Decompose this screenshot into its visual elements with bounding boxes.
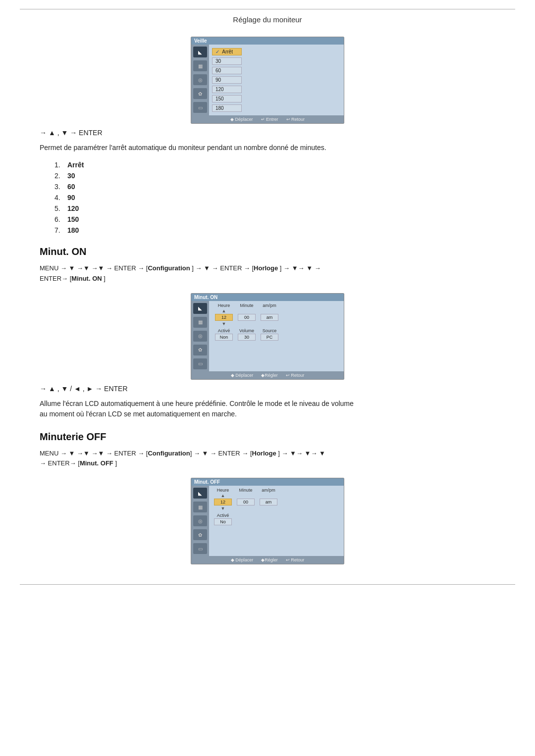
minut-on-footer-back: ↩ Retour xyxy=(286,373,305,378)
minut-off-title-bar: Minut. OFF xyxy=(191,478,344,486)
minut-on-down-arrows: ▼ xyxy=(213,321,340,326)
list-item-5: 5. 120 xyxy=(54,204,495,212)
veille-list: 1. Arrêt 2. 30 3. 60 4. 90 5. 120 6. 150 xyxy=(54,161,495,234)
minut-on-values-row2: Non 30 PC xyxy=(213,334,340,341)
sidebar-off-icon-4: ✿ xyxy=(193,529,207,540)
minut-on-heure-val: 12 xyxy=(215,314,233,321)
minut-off-footer: ◆ Déplacer ◆Régler ↩ Retour xyxy=(191,556,344,564)
minut-off-footer-move: ◆ Déplacer xyxy=(231,557,254,562)
minut-on-header-row1: Heure Minute am/pm xyxy=(213,303,340,308)
sidebar-icon-5: ▭ xyxy=(193,102,207,113)
minut-on-footer-move: ◆ Déplacer xyxy=(231,373,254,378)
minut-off-footer-back: ↩ Retour xyxy=(286,557,305,562)
minut-on-volume-val: 30 xyxy=(238,334,256,341)
sidebar-icon-4: ✿ xyxy=(193,88,207,99)
minut-on-ampm-val: am xyxy=(261,314,278,321)
list-item-3: 3. 60 xyxy=(54,183,495,191)
menu-item-arret-label: ✓ Arrêt xyxy=(212,48,242,55)
minut-on-source-val: PC xyxy=(261,334,278,341)
minut-on-footer: ◆ Déplacer ◆Régler ↩ Retour xyxy=(191,371,344,379)
sidebar-icon-1: ◣ xyxy=(193,47,207,57)
minut-off-down-arrows: ▼ xyxy=(212,506,341,511)
minut-off-ui-body: ◣ ▦ ◎ ✿ ▭ Heure Minute am/pm ▲ xyxy=(191,486,344,556)
minut-on-values-row1: 12 00 am xyxy=(213,314,340,321)
veille-title-bar: Veille xyxy=(191,37,344,45)
minut-off-ui-title: Minut. OFF xyxy=(194,479,220,485)
minut-off-header-row2: Activé xyxy=(212,513,341,518)
veille-sidebar: ◣ ▦ ◎ ✿ ▭ xyxy=(191,45,209,115)
veille-ui-title: Veille xyxy=(194,38,207,44)
menu-item-60: 60 xyxy=(212,66,341,75)
minuterie-off-path: MENU → ▼ →▼ →▼ → ENTER → [Configuration]… xyxy=(40,449,495,469)
veille-footer-back: ↩ Retour xyxy=(286,117,305,122)
minut-off-ampm-val: am xyxy=(260,499,277,505)
veille-nav-instruction: → ▲ , ▼ → ENTER xyxy=(40,129,495,137)
sidebar-on-icon-2: ▦ xyxy=(193,317,207,328)
menu-item-30: 30 xyxy=(212,57,341,65)
veille-monitor-ui: Veille ◣ ▦ ◎ ✿ ▭ ✓ Arrêt xyxy=(191,37,344,124)
minut-on-monitor-ui: Minut. ON ◣ ▦ ◎ ✿ ▭ Heure Minute am/pm xyxy=(191,293,344,380)
veille-menu-content: ✓ Arrêt 30 60 90 120 xyxy=(209,45,344,115)
bottom-rule xyxy=(20,584,515,585)
footer-spacer xyxy=(0,584,535,624)
sidebar-on-icon-4: ✿ xyxy=(193,345,207,355)
sidebar-icon-3: ◎ xyxy=(193,74,207,85)
veille-footer: ◆ Déplacer ↵ Entrer ↩ Retour xyxy=(191,115,344,123)
minut-off-heure-val: 12 xyxy=(214,499,232,505)
veille-ui-body: ◣ ▦ ◎ ✿ ▭ ✓ Arrêt 30 xyxy=(191,45,344,115)
minut-on-minute-val: 00 xyxy=(238,314,256,321)
minut-on-nav-instruction: → ▲ , ▼ / ◄ , ► → ENTER xyxy=(40,385,495,393)
sidebar-on-icon-5: ▭ xyxy=(193,358,207,369)
minuterie-off-section-title: Minuterie OFF xyxy=(40,431,495,443)
menu-item-60-label: 60 xyxy=(212,67,242,74)
sidebar-on-icon-3: ◎ xyxy=(193,331,207,342)
minut-on-header-row2: Activé Volume Source xyxy=(213,328,340,333)
sidebar-off-icon-1: ◣ xyxy=(193,488,207,499)
minut-on-active-val: Non xyxy=(215,334,233,341)
veille-footer-enter: ↵ Entrer xyxy=(261,117,278,122)
sidebar-off-icon-5: ▭ xyxy=(193,543,207,554)
list-item-7: 7. 180 xyxy=(54,226,495,234)
minut-off-sidebar: ◣ ▦ ◎ ✿ ▭ xyxy=(191,486,209,556)
minut-on-ui-title: Minut. ON xyxy=(194,295,217,300)
list-item-2: 2. 30 xyxy=(54,172,495,180)
veille-description: Permet de paramétrer l'arrêt automatique… xyxy=(40,143,495,153)
sidebar-off-icon-3: ◎ xyxy=(193,515,207,526)
page-title: Réglage du moniteur xyxy=(233,15,302,24)
minut-on-path: MENU → ▼ →▼ →▼ → ENTER → [Configuration … xyxy=(40,263,495,284)
menu-item-150-label: 150 xyxy=(212,95,242,102)
menu-item-120: 120 xyxy=(212,85,341,94)
minut-off-header-row1: Heure Minute am/pm xyxy=(212,488,341,493)
minut-off-up-arrows: ▲ xyxy=(212,493,341,498)
menu-item-30-label: 30 xyxy=(212,57,242,65)
minut-on-title-bar: Minut. ON xyxy=(191,294,344,301)
menu-item-90-label: 90 xyxy=(212,76,242,84)
minut-on-footer-set: ◆Régler xyxy=(261,373,278,378)
minut-on-ui-body: ◣ ▦ ◎ ✿ ▭ Heure Minute am/pm ▲ xyxy=(191,301,344,371)
list-item-6: 6. 150 xyxy=(54,215,495,223)
list-item-1: 1. Arrêt xyxy=(54,161,495,169)
minut-on-sidebar: ◣ ▦ ◎ ✿ ▭ xyxy=(191,301,209,371)
menu-item-arret: ✓ Arrêt xyxy=(212,48,341,56)
minut-off-content: Heure Minute am/pm ▲ 12 00 am xyxy=(209,486,344,556)
minut-off-minute-val: 00 xyxy=(237,499,255,505)
menu-item-90: 90 xyxy=(212,76,341,84)
minut-off-active-val: No xyxy=(214,518,232,525)
minut-on-up-arrows: ▲ xyxy=(213,308,340,313)
list-item-4: 4. 90 xyxy=(54,194,495,202)
minut-off-values-row1: 12 00 am xyxy=(212,499,341,505)
menu-item-120-label: 120 xyxy=(212,86,242,93)
menu-item-180-label: 180 xyxy=(212,104,242,112)
minut-on-description: Allume l'écran LCD automatiquement à une… xyxy=(40,399,495,419)
minut-off-footer-set: ◆Régler xyxy=(261,557,278,562)
minut-off-values-row2: No xyxy=(212,518,341,525)
content-area: Veille ◣ ▦ ◎ ✿ ▭ ✓ Arrêt xyxy=(0,37,535,564)
page-header: Réglage du moniteur xyxy=(0,9,535,28)
menu-item-180: 180 xyxy=(212,104,341,112)
sidebar-icon-2: ▦ xyxy=(193,60,207,71)
checkmark-icon: ✓ xyxy=(215,49,219,54)
minuterie-off-monitor-ui: Minut. OFF ◣ ▦ ◎ ✿ ▭ Heure Minute am/pm xyxy=(191,478,344,564)
minut-on-section-title: Minut. ON xyxy=(40,246,495,257)
minut-on-content: Heure Minute am/pm ▲ 12 00 am xyxy=(209,301,344,371)
menu-item-150: 150 xyxy=(212,95,341,103)
